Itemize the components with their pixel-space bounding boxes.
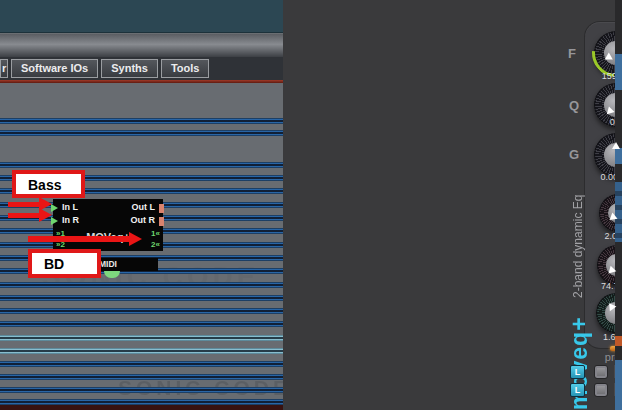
knob-pointer-icon bbox=[606, 301, 617, 311]
output-port-icon[interactable] bbox=[159, 217, 164, 226]
workspace: SONIC CODE SONIC CODE In L Out L In R Ou… bbox=[0, 83, 283, 403]
knob-pointer-icon bbox=[612, 142, 620, 149]
input-port-icon[interactable] bbox=[51, 217, 58, 225]
annotation-arrow bbox=[8, 213, 40, 218]
module-output-label: Out L bbox=[132, 202, 156, 212]
q-row-label: Q bbox=[569, 98, 579, 113]
patch-cable[interactable] bbox=[0, 308, 283, 314]
annotation-arrow bbox=[8, 202, 40, 207]
patch-cable[interactable] bbox=[0, 348, 283, 354]
patch-cable[interactable] bbox=[0, 387, 283, 393]
freq-row-label: F bbox=[568, 46, 576, 61]
annotation-bass: Bass bbox=[12, 170, 85, 198]
knob-pointer-icon bbox=[606, 266, 617, 277]
patch-cable[interactable] bbox=[0, 361, 283, 367]
insert-enable-button[interactable] bbox=[594, 365, 608, 379]
knob-pointer-icon bbox=[603, 53, 613, 63]
annotation-arrow bbox=[28, 236, 130, 242]
output-port-icon[interactable] bbox=[159, 204, 164, 213]
patch-cable[interactable] bbox=[0, 130, 283, 136]
plugin-subtitle-vertical: 2-band dynamic Eq bbox=[571, 148, 585, 298]
module-moveq[interactable]: In L Out L In R Out R »1 1« »2 2« bbox=[53, 199, 163, 251]
gain-knob-band1[interactable] bbox=[594, 133, 622, 177]
patch-cable[interactable] bbox=[0, 399, 283, 405]
link-button-2[interactable]: L bbox=[570, 383, 585, 397]
annotation-arrow-head bbox=[39, 208, 52, 222]
module-input-label: In L bbox=[62, 202, 78, 212]
link-button-1[interactable]: L bbox=[570, 365, 585, 379]
daw-workspace: r Software IOs Synths Tools SONIC CODE S… bbox=[0, 0, 283, 410]
patch-cable[interactable] bbox=[0, 295, 283, 301]
plugin-window: × SPLIT out 1&2 1 2 F Q G 159 Hz 158 Hz bbox=[283, 0, 622, 410]
patch-cable[interactable] bbox=[0, 282, 283, 288]
patch-cable[interactable] bbox=[0, 162, 283, 168]
input-port-icon[interactable] bbox=[51, 204, 58, 212]
knob-pointer-icon bbox=[604, 107, 615, 118]
module-input-label: In R bbox=[62, 215, 79, 225]
annotation-arrow-head bbox=[129, 232, 142, 246]
patch-cable[interactable] bbox=[0, 321, 283, 327]
patch-cable[interactable] bbox=[0, 374, 283, 380]
screen: r Software IOs Synths Tools SONIC CODE S… bbox=[0, 0, 622, 410]
annotation-bd: BD bbox=[28, 249, 101, 278]
knob-pointer-icon bbox=[607, 213, 618, 224]
insert-enable-button[interactable] bbox=[594, 383, 608, 397]
freq-knob-band1[interactable] bbox=[594, 31, 622, 75]
patch-cable[interactable] bbox=[0, 335, 283, 341]
module-output-label: Out R bbox=[131, 215, 156, 225]
patch-cable[interactable] bbox=[0, 118, 283, 124]
